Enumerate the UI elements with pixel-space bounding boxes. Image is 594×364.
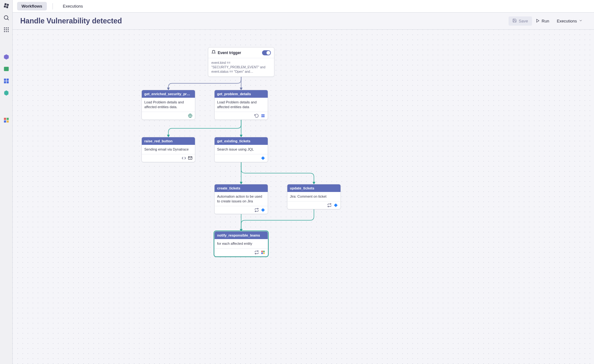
- svg-rect-25: [261, 114, 263, 115]
- node-footer: [215, 112, 268, 120]
- hexagon-icon[interactable]: [3, 90, 9, 96]
- node-footer: [215, 154, 268, 162]
- chevron-down-icon: [579, 19, 583, 23]
- node-desc: Load Problem details and affected entiti…: [142, 98, 195, 112]
- svg-rect-13: [6, 79, 9, 81]
- node-footer: [142, 112, 195, 120]
- svg-line-23: [215, 51, 215, 51]
- grid-icon[interactable]: [3, 78, 9, 84]
- workflow-canvas[interactable]: Event trigger event.kind == "SECURITY_PR…: [13, 30, 594, 364]
- svg-line-22: [212, 51, 212, 51]
- node-n6[interactable]: update_tickets Jira: Comment on ticket: [287, 184, 341, 209]
- page-header: Handle Vulnerability detected Save Run E…: [13, 13, 594, 30]
- multicolor-icon[interactable]: [3, 117, 9, 123]
- node-title: notify_responsible_teams: [215, 231, 268, 239]
- node-footer: [215, 249, 268, 256]
- svg-point-9: [6, 31, 7, 32]
- svg-point-5: [4, 29, 5, 30]
- jira-icon: [261, 208, 265, 212]
- node-n4[interactable]: get_existing_tickets Search issue using …: [214, 137, 268, 162]
- tab-workflows[interactable]: Workflows: [17, 2, 47, 10]
- trigger-node[interactable]: Event trigger event.kind == "SECURITY_PR…: [208, 47, 274, 77]
- svg-rect-11: [4, 67, 9, 71]
- loop-icon: [327, 203, 332, 207]
- svg-rect-32: [261, 252, 263, 254]
- svg-point-2: [4, 28, 5, 28]
- svg-rect-16: [4, 118, 6, 120]
- code-icon: [182, 156, 186, 160]
- svg-rect-12: [4, 79, 6, 81]
- globe-icon: [188, 114, 192, 118]
- node-n3[interactable]: raise_red_button Sending email via Dynat…: [141, 137, 195, 162]
- node-desc: Automation action to be used to create i…: [215, 192, 268, 206]
- bell-icon: [211, 50, 216, 55]
- node-desc: Jira: Comment on ticket: [287, 192, 341, 201]
- node-n1[interactable]: get_enriched_security_pr… Load Problem d…: [141, 90, 195, 120]
- tab-executions[interactable]: Executions: [59, 2, 88, 10]
- jira-icon: [261, 156, 265, 160]
- top-tabs: WorkflowsExecutions: [13, 0, 594, 13]
- node-title: raise_red_button: [142, 137, 195, 145]
- svg-point-0: [4, 15, 8, 19]
- node-footer: [287, 201, 341, 209]
- cube-icon[interactable]: [3, 54, 9, 60]
- svg-point-3: [6, 28, 7, 28]
- svg-rect-18: [4, 120, 6, 123]
- svg-marker-20: [536, 19, 539, 22]
- svg-rect-19: [6, 120, 9, 123]
- node-title: get_problem_details: [215, 90, 268, 98]
- canvas-wrap: Event trigger event.kind == "SECURITY_PR…: [13, 30, 594, 364]
- svg-rect-15: [6, 81, 9, 83]
- svg-point-10: [8, 31, 9, 32]
- save-button: Save: [509, 16, 532, 26]
- loop-icon: [254, 250, 259, 255]
- save-label: Save: [519, 19, 528, 23]
- node-title: update_tickets: [287, 184, 341, 192]
- trigger-body: event.kind == "SECURITY_PROBLEM_EVENT" a…: [208, 58, 274, 77]
- svg-point-6: [6, 29, 7, 30]
- svg-rect-28: [263, 116, 265, 117]
- node-n5[interactable]: create_tickets Automation action to be u…: [214, 184, 268, 214]
- trigger-title: Event trigger: [218, 51, 241, 55]
- svg-rect-31: [263, 251, 265, 252]
- node-desc: Sending email via Dynatrace: [142, 145, 195, 154]
- node-title: create_tickets: [215, 184, 268, 192]
- logo-icon[interactable]: [3, 3, 9, 9]
- svg-rect-27: [261, 116, 263, 117]
- retry-icon: [254, 114, 259, 118]
- svg-point-4: [8, 28, 9, 28]
- executions-dropdown[interactable]: Executions: [553, 17, 586, 25]
- node-footer: [142, 154, 195, 162]
- node-n7[interactable]: notify_responsible_teams for each affect…: [214, 231, 268, 256]
- node-title: get_enriched_security_pr…: [142, 90, 195, 98]
- svg-point-8: [4, 31, 5, 32]
- run-button[interactable]: Run: [532, 17, 553, 26]
- node-n2[interactable]: get_problem_details Load Problem details…: [214, 90, 268, 120]
- left-dock: [0, 0, 13, 364]
- svg-rect-26: [263, 114, 265, 115]
- grid-icon: [261, 114, 265, 118]
- svg-line-1: [7, 19, 9, 20]
- executions-label: Executions: [557, 19, 577, 23]
- page-title: Handle Vulnerability detected: [20, 17, 509, 25]
- svg-rect-30: [261, 251, 263, 252]
- apps-icon[interactable]: [3, 27, 9, 33]
- mail-icon: [188, 156, 192, 160]
- save-icon: [512, 18, 517, 24]
- node-title: get_existing_tickets: [215, 137, 268, 145]
- node-desc: Load Problem details and affected entiti…: [215, 98, 268, 112]
- run-label: Run: [542, 19, 549, 23]
- node-desc: Search issue using JQL: [215, 145, 268, 154]
- play-icon: [536, 19, 540, 24]
- svg-rect-14: [4, 81, 6, 83]
- main-area: WorkflowsExecutions Handle Vulnerability…: [13, 0, 594, 364]
- trigger-toggle[interactable]: [262, 50, 271, 55]
- node-desc: for each affected entity: [215, 239, 268, 249]
- svg-rect-33: [263, 252, 265, 254]
- jira-icon: [334, 203, 338, 207]
- svg-rect-17: [6, 118, 9, 120]
- node-footer: [215, 206, 268, 214]
- table-icon[interactable]: [3, 66, 9, 72]
- search-icon[interactable]: [3, 15, 9, 21]
- loop-icon: [254, 208, 259, 212]
